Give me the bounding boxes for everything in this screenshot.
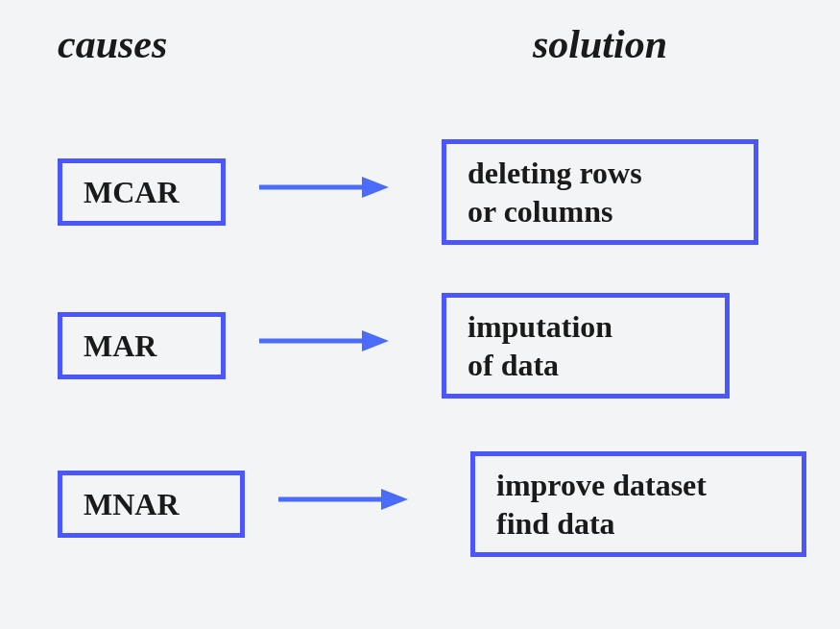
svg-marker-5 — [381, 489, 408, 510]
cause-box-mnar: MNAR — [58, 471, 245, 538]
svg-marker-3 — [362, 330, 389, 351]
svg-marker-1 — [362, 177, 389, 198]
solution-box-delete: deleting rows or columns — [442, 139, 758, 245]
arrow-icon — [254, 322, 389, 360]
header-solution: solution — [533, 21, 667, 67]
arrow-icon — [274, 480, 408, 519]
solution-box-improve: improve dataset find data — [470, 451, 806, 557]
arrow-icon — [254, 168, 389, 206]
cause-box-mar: MAR — [58, 312, 226, 379]
solution-box-imputation: imputation of data — [442, 293, 730, 399]
header-causes: causes — [58, 21, 167, 67]
cause-box-mcar: MCAR — [58, 158, 226, 226]
